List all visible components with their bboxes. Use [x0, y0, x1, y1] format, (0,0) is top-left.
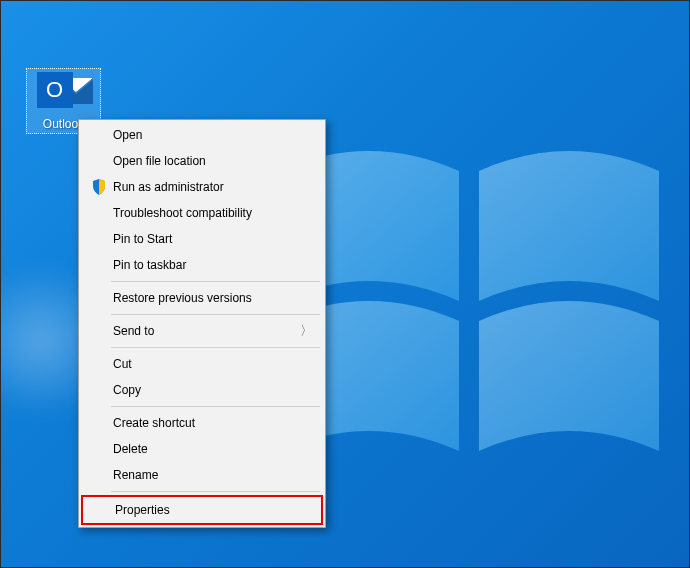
menu-item-copy[interactable]: Copy	[81, 377, 323, 403]
menu-item-run-as-admin[interactable]: Run as administrator	[81, 174, 323, 200]
menu-item-label: Cut	[113, 357, 132, 371]
menu-separator	[111, 406, 320, 407]
shield-icon	[89, 179, 109, 195]
menu-item-label: Properties	[115, 503, 170, 517]
menu-separator	[111, 314, 320, 315]
blank-icon	[89, 356, 109, 372]
blank-icon	[91, 502, 111, 518]
chevron-right-icon: 〉	[300, 322, 313, 340]
menu-item-label: Run as administrator	[113, 180, 224, 194]
menu-item-rename[interactable]: Rename	[81, 462, 323, 488]
menu-item-open-file-location[interactable]: Open file location	[81, 148, 323, 174]
menu-item-restore-versions[interactable]: Restore previous versions	[81, 285, 323, 311]
menu-item-label: Open	[113, 128, 142, 142]
menu-item-label: Pin to taskbar	[113, 258, 186, 272]
menu-item-create-shortcut[interactable]: Create shortcut	[81, 410, 323, 436]
blank-icon	[89, 290, 109, 306]
menu-item-delete[interactable]: Delete	[81, 436, 323, 462]
blank-icon	[89, 231, 109, 247]
blank-icon	[89, 153, 109, 169]
menu-item-label: Pin to Start	[113, 232, 172, 246]
blank-icon	[89, 257, 109, 273]
blank-icon	[89, 382, 109, 398]
context-menu: OpenOpen file locationRun as administrat…	[78, 119, 326, 528]
blank-icon	[89, 441, 109, 457]
menu-item-label: Delete	[113, 442, 148, 456]
menu-item-label: Open file location	[113, 154, 206, 168]
menu-separator	[111, 347, 320, 348]
blank-icon	[89, 415, 109, 431]
menu-item-cut[interactable]: Cut	[81, 351, 323, 377]
menu-item-troubleshoot[interactable]: Troubleshoot compatibility	[81, 200, 323, 226]
blank-icon	[89, 205, 109, 221]
menu-item-send-to[interactable]: Send to〉	[81, 318, 323, 344]
menu-item-label: Create shortcut	[113, 416, 195, 430]
menu-item-label: Copy	[113, 383, 141, 397]
menu-separator	[111, 491, 320, 492]
outlook-letter: O	[37, 72, 73, 108]
menu-item-open[interactable]: Open	[81, 122, 323, 148]
blank-icon	[89, 127, 109, 143]
blank-icon	[89, 323, 109, 339]
blank-icon	[89, 467, 109, 483]
menu-separator	[111, 281, 320, 282]
windows-logo-watermark	[269, 111, 669, 511]
outlook-icon: O	[37, 72, 91, 114]
menu-item-label: Send to	[113, 324, 154, 338]
menu-item-label: Restore previous versions	[113, 291, 252, 305]
menu-item-label: Troubleshoot compatibility	[113, 206, 252, 220]
menu-item-pin-start[interactable]: Pin to Start	[81, 226, 323, 252]
menu-item-properties[interactable]: Properties	[81, 495, 323, 525]
menu-item-pin-taskbar[interactable]: Pin to taskbar	[81, 252, 323, 278]
menu-item-label: Rename	[113, 468, 158, 482]
